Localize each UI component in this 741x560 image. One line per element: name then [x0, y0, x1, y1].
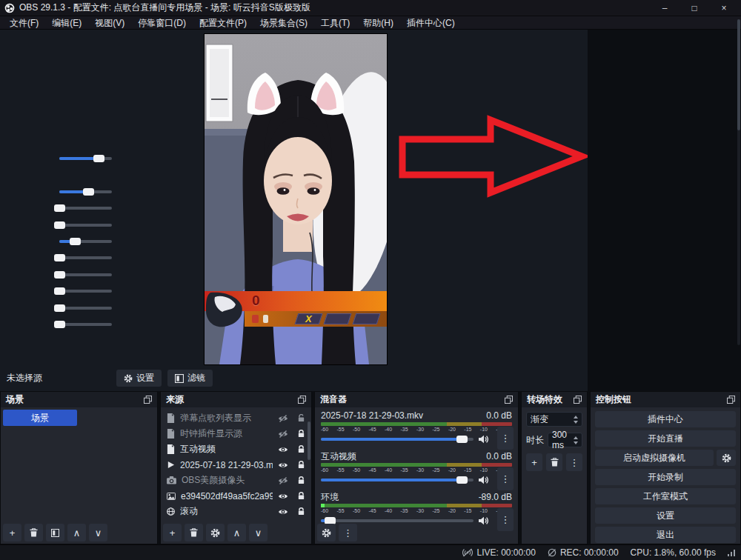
- lock-icon[interactable]: [297, 430, 305, 438]
- add-source-button[interactable]: +: [163, 524, 182, 541]
- source-properties-bar: 未选择源 设置 滤镜: [0, 365, 588, 391]
- settings-button[interactable]: 设置: [595, 507, 736, 524]
- popout-icon[interactable]: [505, 396, 513, 404]
- source-row[interactable]: 互动视频: [161, 441, 311, 457]
- rosy-slider[interactable]: [59, 236, 112, 249]
- menu-scene-collection[interactable]: 场景集合(S): [253, 16, 314, 30]
- source-row[interactable]: OBS美颜摄像头: [161, 473, 311, 488]
- volume-slider[interactable]: [321, 433, 473, 445]
- popout-icon[interactable]: [144, 396, 152, 404]
- eye-icon[interactable]: [278, 461, 288, 469]
- facial-3d-slider[interactable]: [59, 252, 112, 265]
- scene-filters-button[interactable]: [46, 524, 64, 541]
- menu-help[interactable]: 帮助(H): [356, 16, 400, 30]
- plugin-center-button[interactable]: 插件中心: [595, 411, 736, 427]
- channel-menu-button[interactable]: ⋮: [497, 427, 514, 450]
- lock-icon[interactable]: [297, 492, 305, 500]
- obs-logo-icon: [4, 3, 15, 13]
- menu-view[interactable]: 视图(V): [88, 16, 131, 30]
- lock-icon[interactable]: [297, 507, 305, 516]
- meter-scale: -60-55-50-45-40-35-30-25-20-15-10-50: [321, 507, 512, 514]
- camera-icon: [167, 476, 176, 484]
- source-properties-button[interactable]: [206, 524, 225, 541]
- blemish-slider[interactable]: [59, 219, 112, 233]
- studio-mode-button[interactable]: 工作室模式: [595, 488, 736, 504]
- menu-file[interactable]: 文件(F): [3, 16, 45, 30]
- nasolabial-slider[interactable]: [59, 319, 112, 332]
- remove-transition-button[interactable]: [546, 453, 562, 471]
- eye-icon[interactable]: [278, 493, 288, 500]
- channel-menu-button[interactable]: ⋮: [497, 508, 514, 531]
- move-scene-down-button[interactable]: ∨: [89, 524, 107, 541]
- teeth-slider[interactable]: [59, 285, 112, 299]
- move-scene-up-button[interactable]: ∧: [67, 524, 86, 541]
- bright-eyes-slider[interactable]: [59, 269, 112, 282]
- scene-list-item[interactable]: 场景: [3, 410, 77, 426]
- exit-button[interactable]: 退出: [595, 527, 736, 543]
- start-virtual-camera-button[interactable]: 启动虚拟摄像机: [595, 450, 714, 466]
- source-settings-button[interactable]: 设置: [116, 370, 162, 387]
- menu-profile[interactable]: 配置文件(P): [193, 16, 253, 30]
- popout-icon[interactable]: [727, 396, 735, 404]
- trash-icon: [30, 528, 38, 537]
- add-transition-button[interactable]: +: [526, 453, 542, 471]
- whiten-slider[interactable]: [59, 186, 112, 199]
- minimize-button[interactable]: –: [652, 1, 677, 16]
- source-name: OBS美颜摄像头: [182, 474, 273, 487]
- eye-off-icon[interactable]: [278, 477, 288, 484]
- menu-plugin-center[interactable]: 插件中心(C): [400, 16, 462, 30]
- clarity-slider[interactable]: [59, 202, 112, 216]
- mixer-title: 混音器: [320, 393, 347, 406]
- source-row[interactable]: 弹幕点歌列表显示: [161, 410, 311, 426]
- mixer-toolbar: ⋮: [317, 524, 357, 541]
- trash-icon: [551, 458, 559, 467]
- statusbar: LIVE: 00:00:00 REC: 00:00:00 CPU: 1.8%, …: [0, 544, 741, 560]
- move-source-up-button[interactable]: ∧: [227, 524, 246, 541]
- transition-menu-button[interactable]: ⋮: [566, 453, 582, 471]
- menu-edit[interactable]: 编辑(E): [45, 16, 88, 30]
- rec-status: REC: 00:00:00: [548, 547, 619, 558]
- speaker-icon[interactable]: [478, 435, 488, 444]
- popout-icon[interactable]: [574, 396, 582, 404]
- scrollbar[interactable]: [737, 19, 740, 345]
- remove-scene-button[interactable]: [24, 524, 43, 541]
- source-row[interactable]: e394502df49aa5fc2a99cd2e7c: [161, 488, 311, 504]
- broadcast-off-icon: [462, 548, 473, 557]
- live-status: LIVE: 00:00:00: [462, 547, 535, 558]
- virtual-camera-settings-button[interactable]: [717, 450, 736, 466]
- eye-off-icon[interactable]: [278, 430, 288, 438]
- eye-icon[interactable]: [278, 508, 288, 516]
- lock-icon[interactable]: [297, 445, 305, 453]
- duration-stepper[interactable]: 300 ms: [548, 433, 582, 447]
- start-streaming-button[interactable]: 开始直播: [595, 430, 736, 447]
- popout-icon[interactable]: [298, 396, 306, 404]
- channel-menu-button[interactable]: ⋮: [497, 467, 514, 490]
- remove-source-button[interactable]: [185, 524, 203, 541]
- maximize-button[interactable]: □: [682, 1, 707, 16]
- close-button[interactable]: ×: [711, 1, 737, 16]
- transition-select[interactable]: 渐变: [526, 412, 582, 427]
- menu-docks[interactable]: 停靠窗口(D): [131, 16, 193, 30]
- move-source-down-button[interactable]: ∨: [249, 524, 268, 541]
- unlock-icon[interactable]: [297, 414, 305, 422]
- lock-icon[interactable]: [297, 461, 305, 469]
- start-recording-button[interactable]: 开始录制: [595, 469, 736, 485]
- advanced-audio-button[interactable]: [317, 524, 336, 541]
- source-row[interactable]: 时钟插件显示源: [161, 426, 311, 441]
- trash-icon: [190, 528, 198, 537]
- dark-circles-slider[interactable]: [59, 302, 112, 316]
- speaker-icon[interactable]: [478, 476, 488, 484]
- source-row[interactable]: 滚动: [161, 504, 311, 519]
- source-row[interactable]: 2025-07-18 21-29-03.mkv: [161, 457, 311, 473]
- source-filters-button[interactable]: 滤镜: [167, 370, 213, 387]
- volume-slider[interactable]: [321, 474, 473, 486]
- scrollbar[interactable]: [308, 421, 310, 460]
- eye-icon[interactable]: [278, 446, 288, 453]
- smooth-slider[interactable]: [59, 153, 112, 166]
- mixer-menu-button[interactable]: ⋮: [339, 524, 357, 541]
- add-scene-button[interactable]: +: [3, 524, 21, 541]
- speaker-icon[interactable]: [478, 516, 488, 525]
- lock-icon[interactable]: [297, 476, 305, 484]
- menu-tools[interactable]: 工具(T): [314, 16, 356, 30]
- eye-off-icon[interactable]: [278, 415, 288, 422]
